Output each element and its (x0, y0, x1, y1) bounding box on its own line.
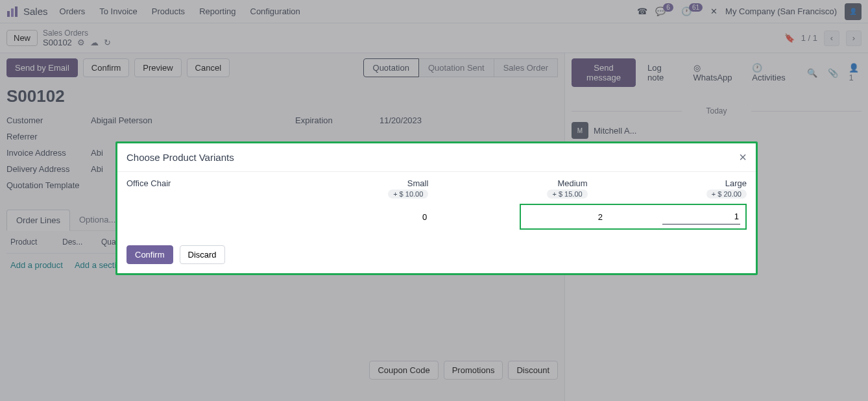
variant-small-price: + $ 10.00 (388, 189, 428, 199)
variant-large-qty-input[interactable] (662, 209, 740, 225)
variant-product-name: Office Chair (127, 178, 269, 188)
variant-medium-label: Medium (428, 178, 587, 188)
modal-discard-button[interactable]: Discard (180, 245, 225, 264)
variant-small-label: Small (269, 178, 428, 188)
qty-highlight-box (520, 204, 747, 230)
product-variants-modal: Choose Product Variants × Office Chair S… (115, 141, 758, 275)
variant-small-qty-input[interactable] (337, 210, 428, 225)
modal-confirm-button[interactable]: Confirm (127, 245, 173, 264)
variant-large-price: + $ 20.00 (706, 189, 747, 199)
variant-medium-qty-input[interactable] (526, 209, 604, 225)
variant-medium-price: + $ 15.00 (547, 189, 587, 199)
modal-title: Choose Product Variants (127, 152, 234, 163)
close-icon[interactable]: × (739, 150, 747, 165)
variant-large-label: Large (588, 178, 747, 188)
